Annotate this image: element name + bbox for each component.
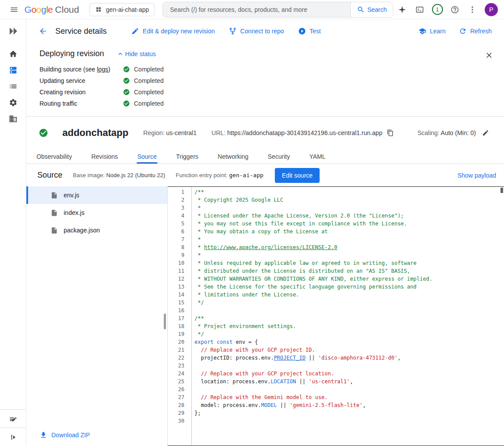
copy-url-button[interactable] [387, 129, 394, 136]
edit-deploy-label: Edit & deploy new revision [143, 28, 215, 35]
line-number: 9 [168, 251, 191, 259]
deploy-step-label: Creating revision [40, 89, 123, 96]
back-button[interactable] [34, 22, 52, 40]
cloud-shell-button[interactable] [411, 1, 428, 18]
line-content [191, 385, 194, 393]
file-name: env.js [64, 192, 79, 199]
refresh-icon [459, 27, 467, 35]
line-number: 24 [168, 370, 191, 378]
line-content: * See the License for the specific langu… [191, 283, 417, 291]
file-item-package.json[interactable]: package.json [26, 221, 167, 239]
line-content: */ [191, 299, 204, 307]
project-selector[interactable]: gen-ai-chat-app [90, 3, 155, 16]
expand-panel-button[interactable] [0, 428, 26, 446]
sidebar-item-services[interactable] [0, 62, 26, 78]
google-cloud-logo[interactable]: Google Cloud [25, 4, 79, 15]
tab-observability[interactable]: Observability [36, 149, 73, 164]
back-arrow-icon [39, 27, 47, 36]
code-line: 23 [168, 362, 504, 370]
edit-deploy-button[interactable]: Edit & deploy new revision [131, 27, 215, 35]
code-editor[interactable]: 1/**2 * Copyright 2025 Google LLC3 *4 * … [168, 186, 504, 446]
sidebar-item-domains[interactable] [0, 111, 26, 127]
file-item-env.js[interactable]: env.js [26, 186, 167, 204]
sidebar-item-home[interactable] [0, 46, 26, 62]
avatar[interactable]: P [485, 3, 498, 16]
hamburger-icon [10, 5, 18, 14]
show-payload-link[interactable]: Show payload [457, 172, 496, 179]
notification-count: 1 [432, 4, 443, 15]
line-content: * Copyright 2025 Google LLC [191, 196, 283, 204]
tab-security[interactable]: Security [267, 149, 291, 164]
search-button[interactable]: Search [350, 2, 393, 17]
line-number: 30 [168, 417, 191, 425]
search-button-label: Search [367, 6, 387, 13]
line-number: 1 [168, 188, 191, 196]
connect-repo-button[interactable]: Connect to repo [229, 27, 284, 35]
line-number: 28 [168, 401, 191, 409]
tab-yaml[interactable]: YAML [308, 149, 326, 164]
line-number: 13 [168, 283, 191, 291]
logs-link[interactable]: logs [97, 66, 108, 73]
code-line: 19 */ [168, 330, 504, 338]
service-toolbar: Service details Edit & deploy new revisi… [26, 19, 504, 43]
line-content: * Unless required by applicable law or a… [191, 259, 417, 267]
editor-scrollbar-thumb[interactable] [500, 188, 503, 193]
more-options-button[interactable] [464, 1, 481, 18]
learn-button[interactable]: Learn [418, 27, 446, 35]
tab-triggers[interactable]: Triggers [175, 149, 199, 164]
help-button[interactable] [446, 1, 464, 18]
repo-fork-icon [229, 27, 237, 35]
deploy-step-label: Building source (see logs) [40, 66, 123, 73]
code-line: 7 * [168, 235, 504, 243]
service-name: addonchatapp [62, 127, 128, 139]
hide-status-label: Hide status [125, 50, 156, 57]
cloud-run-icon [8, 26, 18, 36]
download-zip-button[interactable]: Download ZIP [40, 431, 90, 439]
tab-revisions[interactable]: Revisions [90, 149, 119, 164]
project-icon [95, 6, 102, 13]
panel-scrollbar[interactable] [164, 314, 166, 329]
close-panel-button[interactable] [480, 46, 498, 64]
line-number: 22 [168, 354, 191, 362]
search-icon [357, 6, 365, 14]
gemini-button[interactable] [393, 1, 411, 18]
tab-source[interactable]: Source [137, 149, 158, 164]
line-number: 17 [168, 314, 191, 322]
source-title: Source [37, 171, 62, 180]
line-content: * http://www.apache.org/licenses/LICENSE… [191, 243, 337, 251]
sidebar-item-integrations[interactable] [0, 94, 26, 111]
file-icon [50, 209, 58, 217]
file-item-index.js[interactable]: index.js [26, 204, 167, 221]
sidebar-item-jobs[interactable] [0, 78, 26, 94]
line-number: 14 [168, 291, 191, 299]
tab-networking[interactable]: Networking [217, 149, 249, 164]
expand-panel-icon [9, 433, 18, 442]
toolbar-right: Learn Refresh [418, 27, 492, 35]
deploy-steps: Building source (see logs)CompletedUpdat… [40, 64, 491, 109]
code-line: 29}; [168, 409, 504, 417]
edit-source-button[interactable]: Edit source [275, 168, 320, 183]
file-icon [50, 192, 58, 199]
deploy-step-status: Completed [123, 100, 164, 107]
check-circle-icon [123, 100, 130, 107]
entry-point: Function entry point: gen-ai-app [176, 172, 263, 178]
refresh-button[interactable]: Refresh [459, 27, 492, 35]
hide-status-button[interactable]: Hide status [116, 50, 156, 58]
release-notes-button[interactable] [0, 410, 26, 428]
chevron-up-icon [116, 50, 124, 58]
line-number: 8 [168, 243, 191, 251]
test-button[interactable]: Test [298, 27, 321, 35]
line-content: * You may obtain a copy of the License a… [191, 228, 328, 235]
free-trial-badge[interactable]: 1 [428, 1, 446, 18]
sidenav-bottom [0, 409, 26, 446]
deploy-panel-header: Deploying revision Hide status [40, 49, 491, 58]
file-name: index.js [64, 209, 84, 216]
code-line: 30 [168, 417, 504, 425]
search-input[interactable] [163, 2, 350, 17]
line-number: 10 [168, 259, 191, 267]
line-content: */ [191, 330, 204, 338]
line-number: 3 [168, 204, 191, 212]
gemini-sparkle-icon [398, 5, 407, 14]
main-menu-button[interactable] [5, 1, 23, 18]
edit-scaling-button[interactable] [482, 129, 489, 136]
